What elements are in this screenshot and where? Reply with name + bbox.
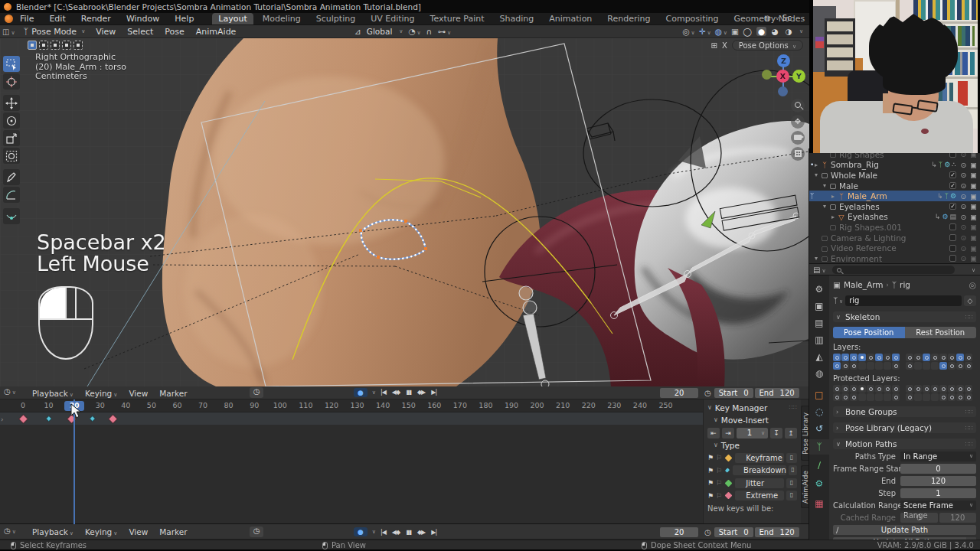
- insert-up-icon[interactable]: ↥: [785, 428, 797, 439]
- select-extend-icon[interactable]: [74, 41, 83, 50]
- protected-layer-cell[interactable]: [906, 393, 913, 401]
- viewport-menu-pose[interactable]: Pose: [165, 27, 184, 37]
- pin-icon[interactable]: ◎: [969, 280, 976, 289]
- timeline-ruler[interactable]: 0102030405060708090100110120130140150160…: [0, 399, 703, 412]
- jump-start-button[interactable]: |◀: [379, 388, 387, 396]
- layer-cell[interactable]: [914, 354, 922, 361]
- collection-checkbox[interactable]: ✓: [949, 203, 956, 210]
- camera-icon[interactable]: ▣: [969, 213, 978, 221]
- orientation-selector[interactable]: Global: [367, 27, 393, 36]
- layer-cell[interactable]: [956, 362, 964, 370]
- collection-checkbox[interactable]: [949, 245, 956, 252]
- use-preview-range-icon[interactable]: ◷: [704, 528, 711, 536]
- workspace-tab-animation[interactable]: Animation: [543, 13, 598, 25]
- trash-icon[interactable]: ▯: [789, 465, 797, 475]
- menu-edit[interactable]: Edit: [47, 14, 67, 24]
- properties-tab-world[interactable]: ◍: [809, 366, 829, 381]
- camera-icon[interactable]: ▣: [969, 254, 978, 262]
- protected-layer-cell[interactable]: [858, 385, 866, 393]
- annotate-tool-button[interactable]: [3, 169, 20, 185]
- paths-type-dropdown[interactable]: In Range∨: [900, 452, 976, 461]
- record-button[interactable]: ●: [354, 388, 368, 397]
- layer-cell[interactable]: [884, 354, 891, 361]
- fake-user-shield-icon[interactable]: ◇: [964, 295, 976, 306]
- layer-cell[interactable]: [833, 354, 841, 361]
- modifier-icon[interactable]: ▤: [949, 213, 956, 220]
- collection-checkbox[interactable]: ✓: [949, 171, 956, 178]
- properties-editor-icon[interactable]: ▤∨: [813, 266, 826, 274]
- jump-end-button[interactable]: ▶|: [430, 528, 438, 536]
- wrench-icon[interactable]: ⚙: [942, 213, 948, 220]
- camera-icon[interactable]: ▣: [969, 181, 978, 190]
- outliner-editor[interactable]: ▢Rig Shapes⊙▣•▸ᛉSombra_Rig↳ᛉ⚙∴⊙▣▾▢Whole …: [809, 149, 980, 264]
- next-keyframe-button[interactable]: ◆▶: [416, 528, 426, 536]
- pause-button[interactable]: ▮▮: [404, 528, 413, 536]
- pose-position-button[interactable]: Pose Position: [833, 327, 905, 338]
- jump-start-button[interactable]: |◀: [379, 528, 387, 536]
- jitter-diamond-icon[interactable]: [725, 479, 733, 487]
- protected-layer-cell[interactable]: [875, 385, 883, 393]
- insert-down-icon[interactable]: ↧: [770, 428, 782, 439]
- expander-icon[interactable]: ▾: [812, 171, 820, 178]
- select-tweak-icon[interactable]: [28, 41, 37, 50]
- armature-icon[interactable]: ᛉ∨: [833, 296, 843, 305]
- protected-layer-cell[interactable]: [956, 393, 964, 401]
- outliner-row-whole-male[interactable]: ▾▢Whole Male✓⊙▣: [809, 170, 980, 181]
- next-keyframe-button[interactable]: ◆▶: [416, 388, 426, 396]
- skeleton-panel-header[interactable]: ∨Skeleton∷∷: [833, 311, 976, 322]
- summary-channel-row[interactable]: [0, 412, 703, 425]
- protected-layer-cell[interactable]: [875, 393, 883, 401]
- flag-filled-icon[interactable]: ⚑: [707, 467, 714, 474]
- layer-cell[interactable]: [906, 354, 913, 361]
- protected-layer-cell[interactable]: [914, 385, 922, 393]
- layer-cell[interactable]: [923, 354, 930, 361]
- key-manager-panel-header[interactable]: ∨Key Manager∷∷: [707, 403, 797, 412]
- layer-cell[interactable]: [833, 362, 841, 370]
- properties-tab-scene[interactable]: ◭: [809, 349, 829, 364]
- layer-cell[interactable]: [884, 362, 891, 370]
- menu-playback[interactable]: Playback∨: [32, 527, 74, 536]
- dope-sheet-editor[interactable]: ◷∨ Playback∨Keying∨ViewMarker ◷ ●∨|◀◀◆▮▮…: [0, 386, 809, 524]
- jump-left-keyframe-button[interactable]: ⇤: [707, 428, 720, 439]
- shading-solid-icon[interactable]: ●: [756, 27, 766, 36]
- timeline-editor[interactable]: ◷∨ Playback∨Keying∨ViewMarker ◷ ●∨|◀◀◆▮▮…: [0, 524, 809, 540]
- menu-file[interactable]: File: [18, 14, 35, 24]
- protected-layer-cell[interactable]: [833, 385, 841, 393]
- playback-sync-icon[interactable]: ◷: [250, 387, 263, 398]
- sidebar-tab-animaide[interactable]: AnimAide: [801, 465, 809, 508]
- breadcrumb-object[interactable]: Male_Arm: [844, 280, 884, 289]
- camera-view-icon[interactable]: [791, 131, 805, 145]
- properties-tab-render[interactable]: ▣: [809, 298, 829, 314]
- flag-outline-icon[interactable]: ⚐: [716, 479, 722, 487]
- flag-outline-icon[interactable]: ⚐: [716, 492, 722, 500]
- workspace-tab-layout[interactable]: Layout: [212, 13, 253, 25]
- layer-cell[interactable]: [931, 354, 939, 361]
- pan-hand-icon[interactable]: ✥: [791, 115, 805, 129]
- snap-icon[interactable]: ∩: [426, 27, 433, 36]
- camera-icon[interactable]: ▣: [969, 244, 978, 253]
- flag-filled-icon[interactable]: ⚑: [707, 479, 714, 487]
- dope-sheet-channel-area[interactable]: ›: [0, 412, 703, 524]
- child-icon[interactable]: ↳: [937, 192, 943, 200]
- frame-start-field[interactable]: Start0: [714, 388, 753, 398]
- properties-tab-texture[interactable]: ▦: [809, 496, 829, 511]
- editor-type-icon[interactable]: ◫∨: [2, 28, 15, 36]
- layer-cell[interactable]: [965, 354, 972, 361]
- properties-tab-output[interactable]: ▤: [809, 315, 829, 331]
- eye-icon[interactable]: ⊙: [959, 171, 969, 179]
- layer-cell[interactable]: [956, 354, 964, 361]
- layer-cell[interactable]: [841, 354, 849, 361]
- gizmo-x-ball[interactable]: X: [776, 70, 789, 83]
- eye-icon[interactable]: ⊙: [959, 192, 969, 201]
- layer-cell[interactable]: [948, 354, 956, 361]
- menu-keying[interactable]: Keying∨: [85, 389, 117, 398]
- camera-icon[interactable]: ▣: [969, 223, 978, 231]
- pause-button[interactable]: ▮▮: [404, 388, 413, 396]
- eye-icon[interactable]: ⊙: [959, 161, 969, 169]
- menu-marker[interactable]: Marker: [159, 389, 187, 398]
- menu-view[interactable]: View: [129, 527, 148, 536]
- properties-tab-physics[interactable]: ◌: [809, 404, 829, 419]
- protected-layers-grid[interactable]: [833, 385, 976, 401]
- protected-layer-cell[interactable]: [948, 385, 956, 393]
- outliner-row-eyelashes[interactable]: ▸▽Eyelashes↳⚙▤⊙▣: [809, 212, 980, 223]
